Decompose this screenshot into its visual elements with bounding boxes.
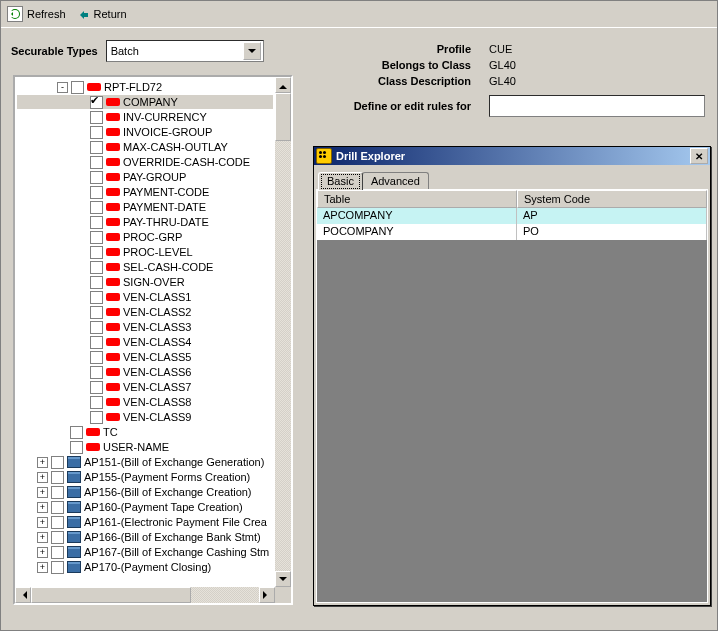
- tree-node[interactable]: PAYMENT-CODE: [17, 185, 273, 199]
- close-button[interactable]: ✕: [690, 148, 708, 164]
- tree-node[interactable]: PAY-GROUP: [17, 170, 273, 184]
- tree-checkbox[interactable]: [90, 96, 103, 109]
- scroll-down-button[interactable]: [275, 571, 291, 587]
- tree-vertical-scrollbar[interactable]: [274, 77, 291, 587]
- tree-checkbox[interactable]: [90, 351, 103, 364]
- tree-node[interactable]: VEN-CLASS6: [17, 365, 273, 379]
- tree-checkbox[interactable]: [90, 336, 103, 349]
- tree-node[interactable]: PROC-GRP: [17, 230, 273, 244]
- tree-node[interactable]: VEN-CLASS9: [17, 410, 273, 424]
- tree-checkbox[interactable]: [90, 411, 103, 424]
- tree-node[interactable]: TC: [17, 425, 273, 439]
- tree-node[interactable]: VEN-CLASS1: [17, 290, 273, 304]
- expand-toggle[interactable]: +: [37, 472, 48, 483]
- expand-toggle[interactable]: +: [37, 562, 48, 573]
- tree-node[interactable]: USER-NAME: [17, 440, 273, 454]
- expand-toggle[interactable]: +: [37, 487, 48, 498]
- col-system-code-header[interactable]: System Code: [517, 190, 707, 208]
- expand-toggle[interactable]: -: [57, 82, 68, 93]
- tree-node[interactable]: SIGN-OVER: [17, 275, 273, 289]
- tree-checkbox[interactable]: [51, 456, 64, 469]
- tree-node[interactable]: SEL-CASH-CODE: [17, 260, 273, 274]
- securable-types-combo[interactable]: Batch: [106, 40, 264, 62]
- expand-toggle[interactable]: +: [37, 457, 48, 468]
- tree-checkbox[interactable]: [90, 111, 103, 124]
- tree-checkbox[interactable]: [51, 501, 64, 514]
- expand-toggle[interactable]: +: [37, 502, 48, 513]
- tree-checkbox[interactable]: [70, 426, 83, 439]
- tree-checkbox[interactable]: [90, 186, 103, 199]
- expand-toggle[interactable]: +: [37, 547, 48, 558]
- tree-horizontal-scrollbar[interactable]: [15, 586, 275, 603]
- tree-node[interactable]: VEN-CLASS5: [17, 350, 273, 364]
- tree-checkbox[interactable]: [51, 516, 64, 529]
- tree-node[interactable]: -RPT-FLD72: [17, 80, 273, 94]
- tree-checkbox[interactable]: [90, 156, 103, 169]
- scroll-track-horizontal[interactable]: [31, 587, 259, 603]
- table-row[interactable]: APCOMPANYAP: [317, 208, 707, 224]
- tree-node[interactable]: +AP170-(Payment Closing): [17, 560, 273, 574]
- tree-node[interactable]: INVOICE-GROUP: [17, 125, 273, 139]
- field-icon: [106, 353, 120, 361]
- tree-node[interactable]: VEN-CLASS8: [17, 395, 273, 409]
- tree-checkbox[interactable]: [51, 471, 64, 484]
- tree-node[interactable]: +AP161-(Electronic Payment File Crea: [17, 515, 273, 529]
- expand-toggle[interactable]: +: [37, 517, 48, 528]
- tree-node[interactable]: VEN-CLASS7: [17, 380, 273, 394]
- drill-titlebar[interactable]: Drill Explorer ✕: [314, 147, 710, 165]
- refresh-button[interactable]: Refresh: [7, 6, 66, 22]
- tree-node[interactable]: COMPANY: [17, 95, 273, 109]
- tree-node[interactable]: +AP160-(Payment Tape Creation): [17, 500, 273, 514]
- tree-checkbox[interactable]: [71, 81, 84, 94]
- tree-node[interactable]: +AP151-(Bill of Exchange Generation): [17, 455, 273, 469]
- tree-node[interactable]: PAYMENT-DATE: [17, 200, 273, 214]
- tree-checkbox[interactable]: [90, 141, 103, 154]
- tree-checkbox[interactable]: [51, 561, 64, 574]
- tab-advanced[interactable]: Advanced: [362, 172, 429, 189]
- tree-node[interactable]: VEN-CLASS3: [17, 320, 273, 334]
- table-row[interactable]: POCOMPANYPO: [317, 224, 707, 240]
- scroll-thumb-vertical[interactable]: [275, 93, 291, 141]
- col-table-header[interactable]: Table: [317, 190, 517, 208]
- tree-checkbox[interactable]: [90, 291, 103, 304]
- tree-node[interactable]: MAX-CASH-OUTLAY: [17, 140, 273, 154]
- tree-node[interactable]: +AP156-(Bill of Exchange Creation): [17, 485, 273, 499]
- tree-checkbox[interactable]: [70, 441, 83, 454]
- tree-checkbox[interactable]: [90, 216, 103, 229]
- tree-checkbox[interactable]: [90, 276, 103, 289]
- tree-node[interactable]: +AP167-(Bill of Exchange Cashing Stm: [17, 545, 273, 559]
- tree-checkbox[interactable]: [90, 366, 103, 379]
- combo-arrow-button[interactable]: [243, 42, 261, 60]
- tree-node[interactable]: PAY-THRU-DATE: [17, 215, 273, 229]
- tree-checkbox[interactable]: [90, 126, 103, 139]
- tree-checkbox[interactable]: [90, 261, 103, 274]
- scroll-thumb-horizontal[interactable]: [31, 587, 191, 603]
- scroll-left-button[interactable]: [15, 587, 31, 603]
- tree-checkbox[interactable]: [51, 546, 64, 559]
- tree-checkbox[interactable]: [90, 381, 103, 394]
- tree-node[interactable]: VEN-CLASS2: [17, 305, 273, 319]
- tree-node[interactable]: +AP166-(Bill of Exchange Bank Stmt): [17, 530, 273, 544]
- scroll-right-button[interactable]: [259, 587, 275, 603]
- tree-checkbox[interactable]: [90, 201, 103, 214]
- tree-checkbox[interactable]: [51, 531, 64, 544]
- tab-basic[interactable]: Basic: [318, 172, 363, 190]
- define-rules-input[interactable]: [489, 95, 705, 117]
- tree-checkbox[interactable]: [90, 246, 103, 259]
- tree-node[interactable]: +AP155-(Payment Forms Creation): [17, 470, 273, 484]
- tree-checkbox[interactable]: [90, 171, 103, 184]
- tree-node[interactable]: VEN-CLASS4: [17, 335, 273, 349]
- tree-scroll-viewport[interactable]: -RPT-FLD72COMPANYINV-CURRENCYINVOICE-GRO…: [15, 77, 275, 587]
- return-button[interactable]: Return: [76, 7, 127, 21]
- tree-checkbox[interactable]: [90, 396, 103, 409]
- tree-node[interactable]: OVERRIDE-CASH-CODE: [17, 155, 273, 169]
- tree-node[interactable]: INV-CURRENCY: [17, 110, 273, 124]
- tree-checkbox[interactable]: [51, 486, 64, 499]
- tree-checkbox[interactable]: [90, 321, 103, 334]
- expand-toggle[interactable]: +: [37, 532, 48, 543]
- tree-checkbox[interactable]: [90, 306, 103, 319]
- scroll-up-button[interactable]: [275, 77, 291, 93]
- tree-node[interactable]: PROC-LEVEL: [17, 245, 273, 259]
- tree-checkbox[interactable]: [90, 231, 103, 244]
- scroll-track-vertical[interactable]: [275, 93, 291, 571]
